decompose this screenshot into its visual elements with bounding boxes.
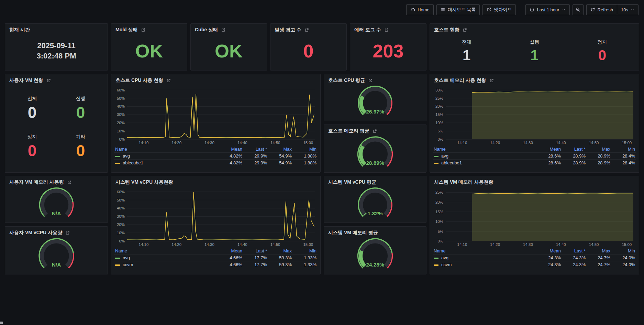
external-link-icon[interactable]	[384, 28, 389, 32]
dashboard-list-button[interactable]: 대시보드 목록	[436, 4, 480, 15]
series-name[interactable]: avg	[114, 254, 219, 261]
external-link-icon[interactable]	[141, 28, 145, 32]
series-name[interactable]: ablecube1	[433, 160, 537, 166]
panel-header[interactable]: 호스트 메모리 사용 현황	[433, 76, 636, 85]
panel-header[interactable]: 호스트 CPU 사용 현황	[114, 76, 318, 85]
panel-header[interactable]: 사용자 VM 현황	[8, 76, 105, 85]
legend-header-max[interactable]: Max	[268, 146, 293, 153]
legend-header-mean[interactable]: Mean	[537, 248, 562, 254]
panel-header[interactable]: 사용자 VM 메모리 사용량	[8, 178, 105, 186]
legend-header-last[interactable]: Last *	[243, 146, 268, 153]
legend-header-name[interactable]: Name	[114, 248, 219, 254]
panel-host-status: 호스트 현황 전체 1 실행 1 정지 0	[430, 23, 639, 71]
legend-value: 54.9%	[268, 153, 293, 160]
panel-header[interactable]: 사용자 VM vCPU 사용량	[8, 229, 105, 237]
external-link-icon[interactable]	[489, 78, 494, 83]
scrollbar-thumb[interactable]	[0, 322, 3, 324]
x-tick-label: 14:20	[490, 242, 500, 247]
host-mem-usage-chart[interactable]: 0%5%10%15%20%25%30%14:1014:2014:3014:401…	[433, 85, 636, 145]
grafana-dashboard: Home 대시보드 목록 넷다이브 Last 1 hour Refresh 10…	[0, 0, 644, 325]
legend-value: 4.82%	[219, 153, 243, 160]
legend-header-max[interactable]: Max	[587, 146, 611, 153]
external-link-icon[interactable]	[463, 28, 467, 32]
chevron-down-icon	[631, 8, 634, 12]
series-name[interactable]: avg	[114, 153, 219, 160]
legend-header-min[interactable]: Min	[293, 248, 318, 254]
external-link-icon[interactable]	[373, 129, 377, 133]
legend-header-min[interactable]: Min	[611, 248, 636, 254]
panel-header[interactable]: 호스트 현황	[433, 26, 636, 34]
panel-user-vm-mem: 사용자 VM 메모리 사용량 N/A	[5, 176, 108, 223]
series-name[interactable]: ablecube1	[114, 160, 219, 166]
refresh-interval-dropdown[interactable]: 10s	[617, 4, 639, 15]
x-tick-label: 14:50	[270, 141, 280, 145]
legend-header-last[interactable]: Last *	[243, 248, 268, 254]
legend-header-last[interactable]: Last *	[562, 146, 587, 153]
panel-user-vm-vcpu: 사용자 VM vCPU 사용량 N/A	[5, 226, 108, 274]
sys-vcpu-usage-chart[interactable]: 0%10%20%30%40%50%60%14:1014:2014:3014:40…	[114, 186, 318, 247]
panel-header[interactable]: 발생 경고 수	[273, 26, 344, 34]
zoom-out-button[interactable]	[573, 4, 584, 15]
legend-header-min[interactable]: Min	[611, 146, 636, 153]
series-color-marker	[115, 258, 120, 259]
refresh-interval-label: 10s	[621, 7, 628, 12]
panel-title: 사용자 VM 현황	[9, 77, 43, 84]
legend-header-max[interactable]: Max	[587, 248, 611, 254]
panel-header[interactable]: Cube 상태	[193, 26, 264, 34]
panel-header[interactable]: 시스템 VM vCPU 사용현황	[114, 178, 318, 186]
external-link-icon[interactable]	[368, 78, 373, 83]
panel-header[interactable]: 시스템 VM 메모리 사용현황	[433, 178, 636, 186]
legend-header-mean[interactable]: Mean	[219, 248, 243, 254]
legend-value: 24.3%	[562, 254, 587, 261]
panel-header[interactable]: 호스트 CPU 평균	[327, 76, 423, 85]
legend-header-min[interactable]: Min	[293, 146, 318, 153]
gauge-value-text: 26.97%	[366, 109, 384, 115]
external-link-icon[interactable]	[166, 78, 171, 83]
series-name[interactable]: avg	[433, 153, 537, 160]
external-link-icon[interactable]	[46, 78, 51, 83]
x-tick-label: 14:30	[204, 242, 214, 247]
sys-mem-usage-chart[interactable]: 0%5%10%15%20%25%14:1014:2014:3014:4014:5…	[433, 186, 636, 247]
panel-header[interactable]: 현재 시간	[8, 26, 105, 34]
user-vm-mem-gauge: N/A	[8, 186, 105, 220]
x-tick-label: 14:30	[204, 141, 214, 145]
legend-header-name[interactable]: Name	[433, 146, 537, 153]
legend-row: avg28.6%28.9%28.9%28.4%	[433, 153, 636, 160]
legend-header-max[interactable]: Max	[268, 248, 293, 254]
panel-header[interactable]: Mold 상태	[114, 26, 184, 34]
series-name[interactable]: avg	[433, 254, 537, 261]
series-name[interactable]: ccvm	[114, 261, 219, 268]
stat-value: 1	[463, 48, 470, 63]
external-link-icon[interactable]	[67, 180, 71, 185]
panel-header[interactable]: 에러 로그 수	[353, 26, 423, 34]
time-range-picker[interactable]: Last 1 hour	[525, 4, 569, 15]
netdive-button[interactable]: 넷다이브	[482, 4, 516, 15]
stat-stopped: 정지 0	[597, 39, 607, 63]
host-cpu-usage-chart[interactable]: 0%10%20%30%40%50%60%14:1014:2014:3014:40…	[114, 85, 318, 145]
stat-value: 0	[76, 143, 85, 159]
refresh-button[interactable]: Refresh	[586, 4, 618, 15]
series-name[interactable]: ccvm	[433, 261, 537, 268]
search-minus-icon	[576, 7, 580, 12]
external-link-icon[interactable]	[65, 231, 70, 235]
panel-title: 시스템 VM 메모리 사용현황	[434, 179, 493, 185]
legend-header-name[interactable]: Name	[114, 146, 219, 153]
y-tick-label: 50%	[117, 96, 125, 100]
legend-header-mean[interactable]: Mean	[537, 146, 562, 153]
panel-header[interactable]: 시스템 VM 메모리 평균	[327, 229, 423, 237]
legend-header-mean[interactable]: Mean	[219, 146, 243, 153]
x-tick-label: 14:40	[237, 141, 247, 145]
legend-header-last[interactable]: Last *	[562, 248, 587, 254]
external-link-icon[interactable]	[221, 28, 225, 32]
legend-header-name[interactable]: Name	[433, 248, 537, 254]
stat-label: 기타	[76, 134, 86, 140]
series-color-marker	[434, 258, 438, 259]
panel-header[interactable]: 시스템 VM vCPU 평균	[327, 178, 423, 186]
panel-header[interactable]: 호스트 메모리 평균	[327, 127, 423, 135]
x-tick-label: 14:10	[457, 242, 467, 247]
home-button[interactable]: Home	[406, 4, 434, 15]
panel-title: 발생 경고 수	[275, 27, 301, 33]
y-tick-label: 0%	[437, 239, 443, 243]
gauge-value-text: N/A	[52, 262, 61, 268]
external-link-icon[interactable]	[304, 28, 309, 32]
